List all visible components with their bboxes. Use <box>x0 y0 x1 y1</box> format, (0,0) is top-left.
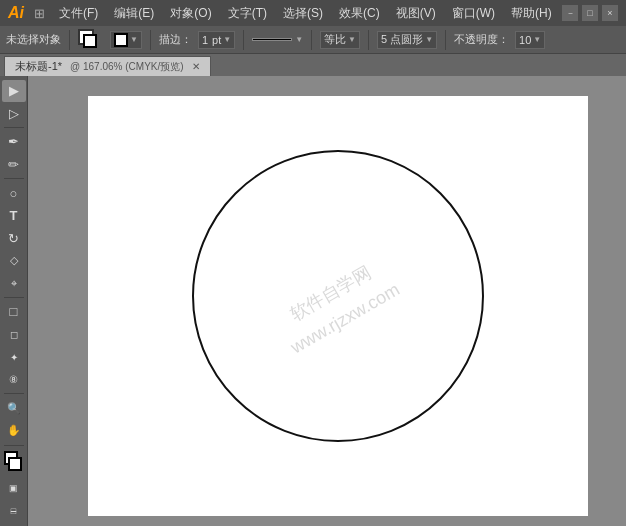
menu-select[interactable]: 选择(S) <box>277 3 329 24</box>
color-swatches[interactable] <box>78 29 104 51</box>
menu-file[interactable]: 文件(F) <box>53 3 104 24</box>
tool-zoom[interactable]: 🔍 <box>2 397 26 419</box>
chevron-down-icon-3: ▼ <box>295 35 303 44</box>
ratio-dropdown[interactable]: 等比 ▼ <box>320 31 360 49</box>
circle-svg <box>88 96 588 516</box>
brush-label: 5 点圆形 <box>381 32 423 47</box>
tool-blend[interactable]: ⑧ <box>2 369 26 391</box>
stroke-preview <box>252 38 292 41</box>
tool-warp[interactable]: ✦ <box>2 346 26 368</box>
fill-stroke-indicator[interactable] <box>2 451 26 475</box>
menu-view[interactable]: 视图(V) <box>390 3 442 24</box>
ratio-label: 等比 <box>324 32 346 47</box>
tool-none[interactable]: □ <box>2 500 26 522</box>
tab-bar: 未标题-1* @ 167.06% (CMYK/预览) ✕ <box>0 54 626 76</box>
brush-dropdown[interactable]: 5 点圆形 ▼ <box>377 31 437 49</box>
extra-tools: ▣ □ <box>2 477 26 522</box>
toolbar-divider-3 <box>243 30 244 50</box>
close-button[interactable]: × <box>602 5 618 21</box>
toolbar-divider-1 <box>69 30 70 50</box>
chevron-down-icon-4: ▼ <box>348 35 356 44</box>
menu-effect[interactable]: 效果(C) <box>333 3 386 24</box>
title-bar: Ai ⊞ 文件(F) 编辑(E) 对象(O) 文字(T) 选择(S) 效果(C)… <box>0 0 626 26</box>
menu-text[interactable]: 文字(T) <box>222 3 273 24</box>
menu-bar: 文件(F) 编辑(E) 对象(O) 文字(T) 选择(S) 效果(C) 视图(V… <box>53 3 558 24</box>
main-circle <box>193 151 483 441</box>
tool-reflect[interactable]: ◇ <box>2 250 26 272</box>
tool-separator-3 <box>4 297 24 298</box>
no-selection-label: 未选择对象 <box>6 32 61 47</box>
tool-gradient[interactable]: ▣ <box>2 477 26 499</box>
stroke-unit: pt <box>212 34 221 46</box>
toolbar: 未选择对象 ▼ 描边： 1 pt ▼ ▼ 等比 ▼ 5 点圆形 ▼ 不透明度： … <box>0 26 626 54</box>
stroke-indicator <box>8 457 22 471</box>
tool-ellipse[interactable]: ○ <box>2 182 26 204</box>
window-controls: － □ × <box>562 5 618 21</box>
menu-help[interactable]: 帮助(H) <box>505 3 558 24</box>
tab-info: @ 167.06% (CMYK/预览) <box>70 60 184 74</box>
toolbox: ▶ ▷ ✒ ✏ ○ T ↻ ◇ ⌖ □ ◻ ✦ ⑧ 🔍 ✋ ▣ □ <box>0 76 28 526</box>
stroke-dropdown[interactable]: ▼ <box>110 31 142 49</box>
chevron-down-icon-6: ▼ <box>533 35 541 44</box>
stroke-swatch <box>114 33 128 47</box>
stroke-number: 1 <box>202 34 208 46</box>
toolbar-divider-6 <box>445 30 446 50</box>
minimize-button[interactable]: － <box>562 5 578 21</box>
opacity-input[interactable]: 10 ▼ <box>515 31 545 49</box>
menu-window[interactable]: 窗口(W) <box>446 3 501 24</box>
document-tab[interactable]: 未标题-1* @ 167.06% (CMYK/预览) ✕ <box>4 56 211 76</box>
tool-pen[interactable]: ✒ <box>2 131 26 153</box>
canvas-paper: 软件自学网 www.rjzxw.com <box>88 96 588 516</box>
main-area: ▶ ▷ ✒ ✏ ○ T ↻ ◇ ⌖ □ ◻ ✦ ⑧ 🔍 ✋ ▣ □ <box>0 76 626 526</box>
stroke-style[interactable]: ▼ <box>252 35 303 44</box>
tool-hand[interactable]: ✋ <box>2 420 26 442</box>
menu-edit[interactable]: 编辑(E) <box>108 3 160 24</box>
menu-object[interactable]: 对象(O) <box>164 3 217 24</box>
tool-lasso[interactable]: ⌖ <box>2 273 26 295</box>
tool-separator-2 <box>4 178 24 179</box>
canvas-area[interactable]: 软件自学网 www.rjzxw.com <box>28 76 626 526</box>
tool-separator-5 <box>4 445 24 446</box>
tool-selection[interactable]: ▶ <box>2 80 26 102</box>
tool-separator-1 <box>4 127 24 128</box>
tab-label: 未标题-1* <box>15 59 62 74</box>
tab-close-icon[interactable]: ✕ <box>192 61 200 72</box>
toolbar-divider-5 <box>368 30 369 50</box>
opacity-value: 10 <box>519 34 531 46</box>
opacity-label: 不透明度： <box>454 32 509 47</box>
tool-separator-4 <box>4 393 24 394</box>
ai-logo: Ai <box>8 4 24 22</box>
stroke-value-input[interactable]: 1 pt ▼ <box>198 31 235 49</box>
tool-type[interactable]: T <box>2 205 26 227</box>
chevron-down-icon: ▼ <box>130 35 138 44</box>
toolbar-divider-2 <box>150 30 151 50</box>
tool-rectangle[interactable]: □ <box>2 301 26 323</box>
stroke-label: 描边： <box>159 32 192 47</box>
toolbar-divider-4 <box>311 30 312 50</box>
maximize-button[interactable]: □ <box>582 5 598 21</box>
chevron-down-icon-2: ▼ <box>223 35 231 44</box>
tool-pencil[interactable]: ✏ <box>2 154 26 176</box>
tool-direct-selection[interactable]: ▷ <box>2 103 26 125</box>
menu-icon: ⊞ <box>34 6 45 21</box>
stroke-color[interactable] <box>83 34 97 48</box>
chevron-down-icon-5: ▼ <box>425 35 433 44</box>
tool-rotate[interactable]: ↻ <box>2 227 26 249</box>
tool-eraser[interactable]: ◻ <box>2 324 26 346</box>
